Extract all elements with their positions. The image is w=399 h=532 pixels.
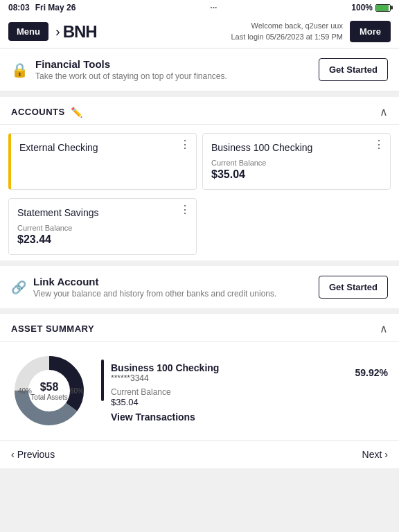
donut-total-label: Total Assets (30, 393, 67, 401)
account-menu-icon-1[interactable]: ⋮ (179, 139, 190, 150)
donut-segment1-label: 40% (18, 387, 32, 395)
asset-balance-label: Current Balance (111, 387, 388, 397)
asset-pagination: ‹ Previous Next › (0, 440, 399, 468)
asset-summary-title: ASSET SUMMARY (11, 323, 94, 334)
la-title: Link Account (33, 276, 276, 287)
asset-donut-chart: $58 Total Assets 40% 60% (11, 353, 87, 429)
asset-content: $58 Total Assets 40% 60% Business 100 Ch… (0, 342, 399, 440)
asset-legend-bar (101, 360, 104, 401)
ft-subtitle: Take the work out of staying on top of y… (35, 71, 227, 81)
ft-text: Financial Tools Take the work out of sta… (35, 58, 227, 81)
ft-title: Financial Tools (35, 58, 227, 70)
account-label-2: Current Balance (211, 159, 382, 167)
status-bar: 08:03 Fri May 26 ··· 100% (0, 0, 399, 15)
header-left: Menu › BNH (8, 22, 97, 42)
account-name-1: External Checking (19, 142, 188, 153)
asset-account-name-row: Business 100 Checking ******3344 59.92% (111, 362, 388, 383)
asset-account-info: Business 100 Checking ******3344 59.92% … (111, 360, 388, 423)
donut-center-label: $58 Total Assets (30, 381, 67, 401)
view-transactions-link[interactable]: View Transactions (111, 411, 388, 423)
main-content: 🔒 Financial Tools Take the work out of s… (0, 48, 399, 532)
status-battery-area: 100% (351, 3, 391, 12)
account-name-3: Statement Savings (17, 207, 188, 218)
account-name-2: Business 100 Checking (211, 142, 382, 153)
accounts-title-row: ACCOUNTS ✏️ (11, 107, 82, 118)
asset-summary-section: ASSET SUMMARY ∧ $58 Total Assets (0, 314, 399, 468)
donut-segment2-label: 60% (70, 387, 84, 395)
accounts-section: ACCOUNTS ✏️ ∧ ⋮ External Checking ⋮ Busi… (0, 97, 399, 260)
accounts-section-header: ACCOUNTS ✏️ ∧ (0, 97, 399, 125)
financial-tools-get-started-button[interactable]: Get Started (319, 58, 388, 81)
status-day: Fri May 26 (35, 3, 76, 12)
asset-info-row: Business 100 Checking ******3344 59.92% … (101, 360, 388, 423)
link-account-get-started-button[interactable]: Get Started (319, 276, 388, 299)
previous-button[interactable]: ‹ Previous (11, 449, 55, 460)
asset-summary-title-row: ASSET SUMMARY (11, 323, 94, 334)
account-card-business-checking: ⋮ Business 100 Checking Current Balance … (202, 133, 391, 190)
welcome-area: Welcome back, q2user uux Last login 05/2… (231, 21, 342, 42)
la-subtitle: View your balance and history from other… (33, 289, 276, 299)
account-card-statement-savings: ⋮ Statement Savings Current Balance $23.… (8, 198, 197, 255)
financial-tools-banner: 🔒 Financial Tools Take the work out of s… (0, 48, 399, 91)
welcome-text: Welcome back, q2user uux (231, 21, 342, 31)
logo: › BNH (55, 22, 97, 42)
donut-total-amount: $58 (30, 381, 67, 393)
header-right: Welcome back, q2user uux Last login 05/2… (231, 21, 391, 42)
asset-balance-value: $35.04 (111, 397, 388, 407)
battery-fill (376, 5, 389, 11)
previous-chevron-icon: ‹ (11, 449, 15, 460)
previous-label: Previous (17, 449, 55, 460)
status-center-dots: ··· (210, 3, 217, 12)
la-text: Link Account View your balance and histo… (33, 276, 276, 299)
status-time-area: 08:03 Fri May 26 (8, 3, 76, 12)
accounts-row2: ⋮ Statement Savings Current Balance $23.… (0, 198, 399, 260)
last-login-text: Last login 05/26/2023 at 1:59 PM (231, 32, 342, 42)
account-balance-2: $35.04 (211, 168, 382, 181)
logo-arrow-icon: › (55, 24, 60, 39)
more-button[interactable]: More (350, 21, 391, 42)
next-label: Next (362, 449, 382, 460)
next-chevron-icon: › (384, 449, 388, 460)
logo-text: BNH (63, 22, 97, 42)
app-header: Menu › BNH Welcome back, q2user uux Last… (0, 15, 399, 48)
asset-account-number: ******3344 (111, 373, 219, 383)
financial-tools-icon: 🔒 (11, 62, 28, 78)
battery-icon (375, 4, 391, 12)
battery-percent: 100% (351, 3, 373, 12)
asset-summary-header: ASSET SUMMARY ∧ (0, 314, 399, 342)
ft-left: 🔒 Financial Tools Take the work out of s… (11, 58, 227, 81)
menu-button[interactable]: Menu (8, 22, 48, 41)
la-left: 🔗 Link Account View your balance and his… (11, 276, 276, 299)
accounts-collapse-icon[interactable]: ∧ (380, 105, 388, 118)
account-menu-icon-2[interactable]: ⋮ (373, 139, 384, 150)
link-account-banner: 🔗 Link Account View your balance and his… (0, 266, 399, 308)
account-menu-icon-3[interactable]: ⋮ (179, 204, 190, 215)
accounts-grid: ⋮ External Checking ⋮ Business 100 Check… (0, 125, 399, 198)
account-balance-3: $23.44 (17, 233, 188, 246)
account-label-3: Current Balance (17, 224, 188, 232)
content-spacer (0, 474, 399, 532)
asset-percentage: 59.92% (355, 367, 388, 378)
account-card-external-checking: ⋮ External Checking (8, 133, 197, 190)
asset-account-details: Business 100 Checking ******3344 (111, 362, 219, 383)
accounts-section-title: ACCOUNTS (11, 107, 65, 117)
link-account-icon: 🔗 (11, 280, 26, 295)
accounts-edit-icon[interactable]: ✏️ (71, 107, 82, 118)
asset-summary-collapse-icon[interactable]: ∧ (380, 322, 388, 335)
next-button[interactable]: Next › (362, 449, 388, 460)
status-time: 08:03 (8, 3, 30, 12)
asset-account-name: Business 100 Checking (111, 362, 219, 373)
